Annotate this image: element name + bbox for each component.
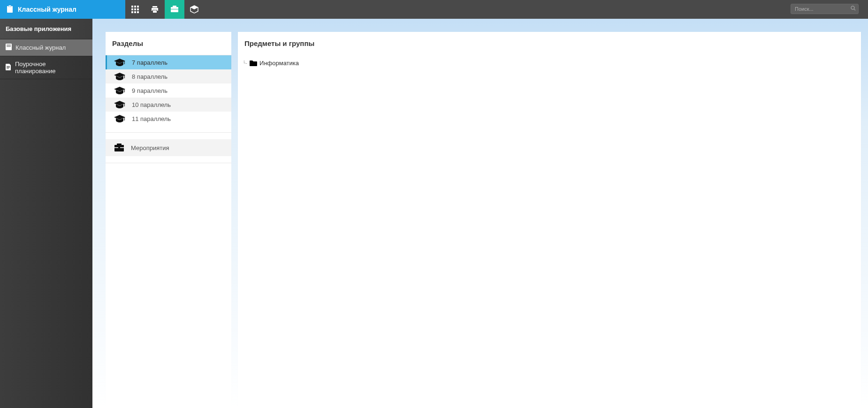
svg-rect-3 xyxy=(131,6,133,8)
brand-area: Классный журнал xyxy=(0,0,125,19)
package-button[interactable] xyxy=(184,0,204,19)
graduation-cap-icon xyxy=(114,72,126,81)
section-row-label: 9 параллель xyxy=(132,87,168,94)
tree-item-informatika[interactable]: └- Информатика xyxy=(243,60,856,67)
book-icon xyxy=(6,44,12,52)
section-divider xyxy=(106,132,231,133)
sidebar-item-class-journal[interactable]: Классный журнал xyxy=(0,39,92,56)
search-area xyxy=(791,4,859,14)
svg-rect-6 xyxy=(131,8,133,10)
section-row-label: 7 параллель xyxy=(132,59,168,66)
svg-rect-25 xyxy=(124,75,125,78)
svg-rect-21 xyxy=(7,66,10,67)
section-row-label: 10 параллель xyxy=(132,101,171,108)
file-icon xyxy=(6,64,11,72)
svg-rect-5 xyxy=(137,6,139,8)
topbar: Классный журнал xyxy=(0,0,868,19)
print-button[interactable] xyxy=(145,0,165,19)
sidebar-item-label: Поурочное планирование xyxy=(15,60,87,75)
sidebar-item-lesson-planning[interactable]: Поурочное планирование xyxy=(0,56,92,79)
briefcase-button[interactable] xyxy=(165,0,184,19)
svg-rect-22 xyxy=(7,67,10,68)
graduation-cap-icon xyxy=(114,114,126,123)
graduation-cap-icon xyxy=(114,100,126,109)
graduation-cap-icon xyxy=(114,58,126,67)
svg-rect-27 xyxy=(124,103,125,106)
svg-rect-9 xyxy=(131,11,133,13)
section-row-8[interactable]: 8 параллель xyxy=(106,69,231,83)
container: Базовые приложения Классный журнал Поуро… xyxy=(0,19,868,408)
section-row-label: 11 параллель xyxy=(132,115,171,122)
sections-panel: Разделы 7 параллель 8 параллель xyxy=(106,32,231,408)
section-row-label: Мероприятия xyxy=(131,144,169,151)
tree: └- Информатика xyxy=(238,55,861,71)
svg-rect-10 xyxy=(134,11,136,13)
svg-rect-31 xyxy=(118,147,120,148)
section-row-label: 8 параллель xyxy=(132,73,168,80)
svg-rect-11 xyxy=(137,11,139,13)
briefcase-icon xyxy=(114,143,125,152)
svg-rect-0 xyxy=(7,6,13,13)
svg-rect-12 xyxy=(153,10,157,13)
svg-rect-28 xyxy=(124,117,125,121)
search-input[interactable] xyxy=(791,4,859,14)
sections-list: 7 параллель 8 параллель 9 параллель xyxy=(106,55,231,126)
sidebar: Базовые приложения Классный журнал Поуро… xyxy=(0,19,92,408)
svg-rect-20 xyxy=(7,46,11,47)
tree-item-label: Информатика xyxy=(259,60,299,67)
sidebar-item-label: Классный журнал xyxy=(15,44,66,51)
folder-icon xyxy=(250,60,257,66)
svg-rect-24 xyxy=(124,61,125,64)
topbar-icons xyxy=(125,0,204,19)
tree-connector-icon: └- xyxy=(243,60,247,66)
svg-rect-18 xyxy=(7,45,11,45)
graduation-cap-icon xyxy=(114,86,126,95)
section-row-events[interactable]: Мероприятия xyxy=(106,139,231,156)
section-row-7[interactable]: 7 параллель xyxy=(106,55,231,69)
grid-button[interactable] xyxy=(125,0,145,19)
sections-panel-title: Разделы xyxy=(106,32,231,55)
brand-title: Классный журнал xyxy=(18,6,76,13)
svg-rect-23 xyxy=(7,68,9,68)
sidebar-header: Базовые приложения xyxy=(0,19,92,39)
svg-rect-2 xyxy=(9,5,11,7)
main-panel: Предметы и группы └- Информатика xyxy=(238,32,861,408)
svg-rect-7 xyxy=(134,8,136,10)
section-row-11[interactable]: 11 параллель xyxy=(106,112,231,126)
section-row-9[interactable]: 9 параллель xyxy=(106,83,231,98)
svg-rect-13 xyxy=(171,7,178,12)
svg-rect-8 xyxy=(137,8,139,10)
main-panel-title: Предметы и группы xyxy=(238,32,861,55)
svg-rect-26 xyxy=(124,89,125,92)
svg-rect-4 xyxy=(134,6,136,8)
section-row-10[interactable]: 10 параллель xyxy=(106,98,231,112)
main-row: Разделы 7 параллель 8 параллель xyxy=(92,19,868,408)
section-divider-bottom xyxy=(106,163,231,163)
clipboard-icon xyxy=(7,5,13,14)
svg-rect-14 xyxy=(171,9,178,9)
svg-rect-19 xyxy=(7,45,11,46)
